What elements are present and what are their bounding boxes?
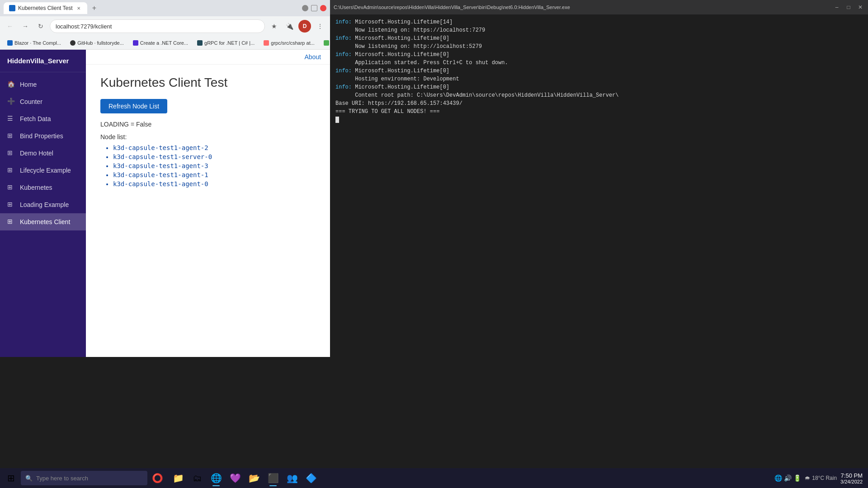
sidebar-item-demo-hotel[interactable]: ⊞ Demo Hotel	[0, 145, 86, 162]
counter-icon: ➕	[7, 98, 15, 106]
taskbar-app-taskview[interactable]: 🗂	[188, 469, 206, 487]
sidebar-item-counter[interactable]: ➕ Counter	[0, 93, 86, 110]
page-content: Kubernetes Client Test Refresh Node List…	[86, 65, 330, 200]
terminal-minimize[interactable]: –	[833, 3, 841, 11]
terminal-line-9: Content root path: C:\Users\DevAdmin\sou…	[335, 91, 863, 99]
start-button[interactable]: ⊞	[2, 469, 20, 487]
address-bar[interactable]: localhost:7279/kclient	[50, 19, 265, 33]
vs-icon: 💜	[230, 473, 241, 483]
sidebar-item-counter-label: Counter	[20, 98, 42, 105]
files-icon: 📂	[249, 473, 260, 483]
taskbar-app-vs[interactable]: 💜	[226, 469, 244, 487]
network-icon[interactable]: 🌐	[774, 474, 782, 482]
home-icon: 🏠	[7, 80, 15, 89]
menu-button[interactable]: ⋮	[314, 20, 326, 33]
page-title: Kubernetes Client Test	[100, 75, 316, 90]
sidebar-item-home[interactable]: 🏠 Home	[0, 76, 86, 93]
top-nav: About	[86, 50, 330, 65]
bookmark-star[interactable]: ★	[268, 20, 280, 33]
main-area: About Kubernetes Client Test Refresh Nod…	[86, 50, 330, 357]
sidebar-item-loading-label: Loading Example	[20, 201, 69, 208]
taskview-icon: 🗂	[193, 473, 202, 483]
battery-icon[interactable]: 🔋	[793, 474, 801, 482]
terminal-maximize[interactable]: □	[844, 3, 853, 11]
loading-status: LOADING = False	[100, 121, 316, 128]
taskbar-cortana[interactable]: ⭕	[148, 469, 166, 487]
terminal-line-4: info: Microsoft.Hosting.Lifetime[0]	[335, 51, 863, 59]
back-button[interactable]: ←	[4, 20, 16, 33]
bookmark-github[interactable]: GitHub · fullstoryde...	[66, 39, 127, 47]
bookmark-grpc-label: gRPC for .NET | C# |...	[204, 40, 255, 46]
taskbar-app-teams[interactable]: 👥	[283, 469, 301, 487]
fetch-icon: ☰	[7, 115, 15, 123]
extensions-button[interactable]: 🔌	[283, 20, 296, 33]
terminal-cursor	[335, 117, 339, 123]
bookmark-blazor-icon	[7, 40, 13, 46]
bookmarks-bar: Blazor · The Compl... GitHub · fullstory…	[0, 36, 330, 50]
taskbar-app-files[interactable]: 📂	[245, 469, 263, 487]
sidebar-item-bind-properties[interactable]: ⊞ Bind Properties	[0, 127, 86, 145]
bind-icon: ⊞	[7, 132, 15, 140]
sidebar-item-kubernetes-client[interactable]: ⊞ Kubernetes Client	[0, 213, 86, 230]
tab-favicon	[9, 5, 15, 11]
tab-close-button[interactable]: ✕	[75, 5, 82, 11]
sidebar-item-lifecycle-example[interactable]: ⊞ Lifecycle Example	[0, 162, 86, 179]
refresh-node-list-button[interactable]: Refresh Node List	[100, 99, 167, 113]
loading-icon: ⊞	[7, 201, 15, 209]
bookmark-blazor-label: Blazor · The Compl...	[14, 40, 61, 46]
sound-icon[interactable]: 🔊	[784, 474, 792, 482]
weather-display: 🌧 18°C Rain	[805, 475, 837, 481]
terminal-line-6: info: Microsoft.Hosting.Lifetime[0]	[335, 67, 863, 75]
bookmark-grpc-icon	[197, 40, 203, 46]
taskbar-app-extra[interactable]: 🔷	[302, 469, 320, 487]
kubernetes-icon: ⊞	[7, 183, 15, 192]
weather-icon: 🌧	[805, 475, 810, 481]
taskbar-app-explorer[interactable]: 📁	[169, 469, 187, 487]
terminal-content[interactable]: info: Microsoft.Hosting.Lifetime[14] Now…	[330, 14, 868, 357]
bookmark-dotnet[interactable]: Create a .NET Core...	[129, 39, 192, 47]
app-content: HiddenVilla_Server 🏠 Home ➕ Counter ☰ Fe…	[0, 50, 330, 357]
systray-icons: 🌐 🔊 🔋	[774, 474, 801, 482]
chrome-icon: 🌐	[211, 473, 222, 483]
refresh-button[interactable]: ↻	[34, 20, 47, 33]
weather-text: 18°C Rain	[812, 475, 837, 481]
forward-button[interactable]: →	[19, 20, 32, 33]
node-item-2: k3d-capsule-test1-agent-3	[113, 162, 316, 169]
window-close[interactable]	[320, 5, 326, 11]
sidebar-item-kubernetes[interactable]: ⊞ Kubernetes	[0, 179, 86, 196]
terminal-icon: ⬛	[268, 473, 279, 483]
search-icon: 🔍	[25, 475, 33, 482]
terminal-line-5: Application started. Press Ctrl+C to shu…	[335, 59, 863, 67]
taskbar-app-chrome[interactable]: 🌐	[207, 469, 225, 487]
taskbar: ⊞ 🔍 Type here to search ⭕ 📁 🗂 🌐 💜 📂 ⬛ 👥	[0, 468, 868, 488]
sidebar-nav: 🏠 Home ➕ Counter ☰ Fetch Data ⊞ Bind Pro…	[0, 72, 86, 234]
bookmark-csharp-icon	[264, 40, 269, 46]
window-minimize[interactable]	[302, 5, 308, 11]
profile-button[interactable]: D	[298, 20, 311, 33]
sidebar-item-fetch-data[interactable]: ☰ Fetch Data	[0, 110, 86, 127]
taskbar-search[interactable]: 🔍 Type here to search	[21, 471, 147, 485]
sidebar-item-home-label: Home	[20, 81, 37, 88]
clock-date: 3/24/2022	[840, 479, 863, 484]
window-maximize[interactable]	[311, 5, 317, 11]
sidebar-item-k8sclient-label: Kubernetes Client	[20, 218, 70, 225]
sidebar-item-lifecycle-label: Lifecycle Example	[20, 167, 71, 174]
bookmark-dotnet-label: Create a .NET Core...	[140, 40, 188, 46]
search-placeholder: Type here to search	[36, 475, 88, 482]
browser-tab[interactable]: Kubernetes Client Test ✕	[4, 2, 87, 14]
sidebar: HiddenVilla_Server 🏠 Home ➕ Counter ☰ Fe…	[0, 50, 86, 357]
taskbar-app-terminal[interactable]: ⬛	[264, 469, 282, 487]
bookmark-csharp[interactable]: grpc/src/csharp at...	[260, 39, 318, 47]
system-clock[interactable]: 7:50 PM 3/24/2022	[840, 472, 863, 484]
terminal-close[interactable]: ✕	[856, 3, 864, 11]
new-tab-button[interactable]: +	[89, 3, 100, 14]
tab-title: Kubernetes Client Test	[18, 5, 73, 11]
bookmark-grpc[interactable]: gRPC for .NET | C# |...	[193, 39, 258, 47]
bookmark-quickstart[interactable]: Quick start | C# | gR...	[320, 39, 330, 47]
about-link[interactable]: About	[304, 53, 321, 61]
cortana-icon: ⭕	[152, 473, 163, 483]
sidebar-item-loading-example[interactable]: ⊞ Loading Example	[0, 196, 86, 213]
node-list-label: Node list:	[100, 133, 316, 141]
bookmark-blazor[interactable]: Blazor · The Compl...	[4, 39, 65, 47]
taskbar-systray: 🌐 🔊 🔋 🌧 18°C Rain 7:50 PM 3/24/2022	[771, 472, 866, 484]
